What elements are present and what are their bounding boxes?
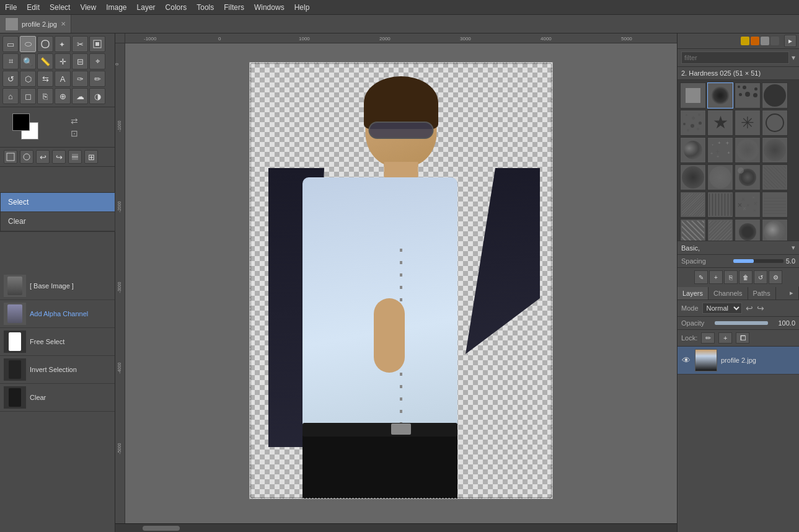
brush-cell-fuzzy-sm[interactable] [707,82,733,109]
layer-item-clear[interactable]: Clear [0,384,115,412]
menu-tools[interactable]: Tools [192,2,219,13]
brush-filter-input[interactable] [681,51,789,64]
brush-cell-medium[interactable] [735,219,761,241]
panel-collapse-btn[interactable]: ▸ [784,35,797,47]
menu-colors[interactable]: Colors [161,2,192,13]
layer-row-profile[interactable]: 👁 profile 2.jpg [678,347,799,375]
brush-cell-star[interactable]: ★ [707,110,733,136]
tool-paths[interactable]: ✑ [72,71,88,87]
menu-filters[interactable]: Filters [219,2,249,13]
reset-colors-btn[interactable]: ⊡ [71,128,78,138]
brush-cell-dots2[interactable] [680,110,706,136]
tool-pencil[interactable]: ✏ [89,71,105,87]
tool-ellipse-select[interactable]: ⬭ [20,36,36,52]
spacing-slider[interactable] [733,259,783,263]
tool-color-picker[interactable]: ⌗ [2,53,19,69]
menu-image[interactable]: Image [101,2,131,13]
brush-cell-scatter2[interactable]: × × × × × × × [735,192,761,218]
layer-visibility-toggle[interactable]: 👁 [681,355,691,365]
layer-item-free-select[interactable]: Free Select [0,328,115,356]
layers-panel-collapse[interactable]: ▸ [785,286,799,299]
brush-cell-leaf[interactable] [680,137,706,163]
tool-text[interactable]: A [55,71,71,87]
brush-cell-splash1[interactable]: ✳ [735,110,761,136]
tool-option1[interactable] [4,150,17,164]
brush-cell-scratch1[interactable] [762,164,788,190]
brush-cell-texture5[interactable] [735,164,761,190]
tool-measure[interactable]: 📏 [37,53,53,69]
brush-cell-texture4[interactable] [707,164,733,190]
mode-select[interactable]: Normal Multiply Screen [702,303,742,314]
layer-item-invert[interactable]: Invert Selection [0,356,115,384]
panel-icon-orange[interactable] [751,37,759,45]
foreground-color-swatch[interactable] [12,113,30,131]
tool-smudge[interactable]: ☁ [72,88,88,104]
tool-shear[interactable]: ⬡ [20,71,36,87]
brush-cell-diagonal1[interactable] [680,219,706,241]
tab-close-button[interactable]: ✕ [61,20,66,27]
tool-scissors[interactable]: ✂ [72,36,88,52]
brush-edit-btn[interactable]: ✎ [694,270,708,284]
brush-delete-btn[interactable]: 🗑 [739,270,753,284]
lock-pixels-btn[interactable]: ✏ [701,332,715,344]
mode-arrow-left[interactable]: ↩ [746,303,753,313]
brush-category-chevron[interactable]: ▾ [792,244,795,252]
tool-option5[interactable] [68,150,82,164]
brush-cell-texture1[interactable] [735,137,761,163]
tool-rect-select[interactable]: ▭ [2,36,19,52]
tool-option6[interactable]: ⊞ [84,150,98,164]
opacity-slider[interactable] [715,321,768,325]
tool-clone[interactable]: ⎘ [37,88,53,104]
brush-cell-lines[interactable] [762,192,788,218]
brush-cell-texture6[interactable] [762,219,788,241]
tool-option3[interactable]: ↩ [36,150,50,164]
tool-rotate[interactable]: ↺ [2,71,19,87]
layer-item-base[interactable]: [ Base Image ] [0,272,115,300]
menu-select[interactable]: Select [45,2,75,13]
tool-option4[interactable]: ↪ [52,150,66,164]
layer-item-alpha[interactable]: Add Alpha Channel [0,300,115,328]
brush-cell-scratch2[interactable] [680,192,706,218]
brush-cell-scatter1[interactable]: + + + + + + + [707,137,733,163]
brush-cell-dots1[interactable] [735,82,761,109]
brush-cell-square[interactable] [680,82,706,109]
tab-channels[interactable]: Channels [709,287,748,299]
ctx-clear[interactable]: Clear [1,212,115,231]
tab-layers[interactable]: Layers [678,287,709,299]
tool-fuzzy-select[interactable]: ✦ [55,36,71,52]
brush-cell-diagonal2[interactable] [707,219,733,241]
menu-edit[interactable]: Edit [22,2,45,13]
menu-view[interactable]: View [75,2,101,13]
tool-zoom[interactable]: 🔍 [20,53,36,69]
menu-help[interactable]: Help [289,2,315,13]
panel-icon-dark[interactable] [770,37,779,45]
tool-eraser[interactable]: ◻ [20,88,36,104]
tool-fg-select[interactable] [89,36,105,52]
tool-dodge[interactable]: ◑ [89,88,105,104]
tool-lasso[interactable] [37,36,53,52]
menu-windows[interactable]: Windows [249,2,289,13]
tool-move[interactable]: ✛ [55,53,71,69]
brush-duplicate-btn[interactable]: ⎘ [724,270,738,284]
lock-alpha-btn[interactable]: ⧠ [736,332,749,344]
tool-option2[interactable] [20,150,33,164]
image-tab[interactable]: profile 2.jpg ✕ [0,15,71,33]
tab-paths[interactable]: Paths [748,287,776,299]
canvas-viewport[interactable] [125,43,677,523]
tool-crop[interactable]: ⌖ [89,53,105,69]
horizontal-scrollbar[interactable] [115,523,677,532]
panel-icon-yellow[interactable] [741,37,749,45]
brush-cell-scratch3[interactable] [707,192,733,218]
brush-cell-circle-lg[interactable] [762,82,788,109]
tool-align[interactable]: ⊟ [72,53,88,69]
brush-cell-texture3[interactable] [680,164,706,190]
mode-arrow-right[interactable]: ↪ [757,303,764,313]
tool-paint-bucket[interactable]: ⌂ [2,88,19,104]
swap-colors-btn[interactable]: ⇄ [71,116,78,126]
brush-cell-texture2[interactable] [762,137,788,163]
tool-heal[interactable]: ⊕ [55,88,71,104]
ctx-select[interactable]: Select [1,193,115,212]
brush-settings-btn[interactable]: ⚙ [769,270,782,284]
menu-file[interactable]: File [0,2,22,13]
panel-icon-gray[interactable] [761,37,769,45]
